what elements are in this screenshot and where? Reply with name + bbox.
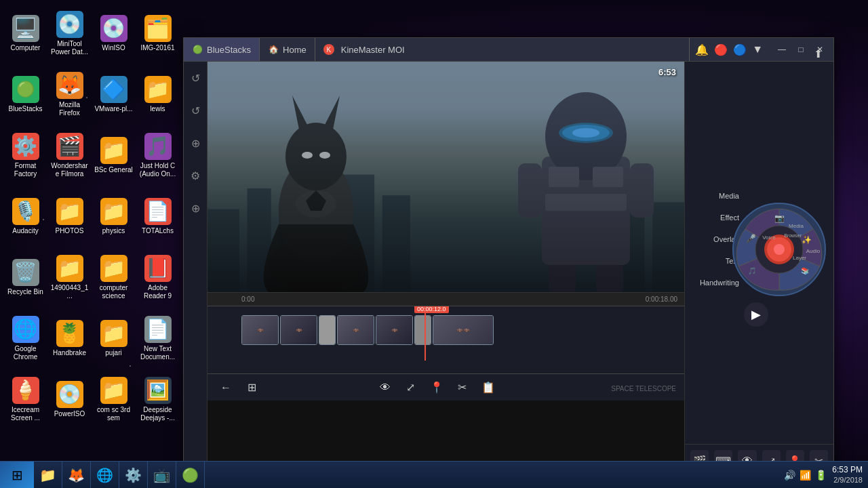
taskbar-item-chrome[interactable]: 🌐	[91, 462, 119, 488]
clip-7[interactable]: 🦇🦇	[433, 315, 494, 345]
desktop-icon-just-hold[interactable]: 🎵 Just Hold C (Audio On...	[136, 125, 180, 185]
menu-wheel-svg: 📷 ✨ 📚 🎵 🎤 Media Browser Layer Audi	[732, 202, 827, 297]
desktop-icon-photos[interactable]: 📁 PHOTOS	[47, 186, 92, 246]
desktop-icon-google-chrome[interactable]: 🌐 Google Chrome	[3, 308, 47, 368]
sidebar-share-btn[interactable]: ⊕	[186, 134, 205, 152]
14900443-icon: 📁	[56, 255, 83, 282]
sidebar-refresh-btn[interactable]: ↺	[186, 68, 205, 87]
clip-thumb-7: 🦇🦇	[433, 316, 493, 344]
eye-button[interactable]: 👁	[375, 378, 395, 398]
playhead[interactable]: 00:00:12.0	[425, 306, 426, 361]
sidebar-add-btn[interactable]: ⊕	[186, 199, 205, 218]
back-arrow-button[interactable]: ←	[216, 378, 236, 398]
title-bar: 🟢 BlueStacks 🏠 Home K KineMaster MOI 🔔 🔴…	[184, 38, 833, 62]
menu-label-media[interactable]: Media	[692, 192, 739, 200]
taskbar-item-firefox[interactable]: 🦊	[62, 462, 91, 488]
desktop-icon-bsc[interactable]: 📁 BSc General	[92, 125, 136, 185]
tab-home[interactable]: 🏠 Home	[260, 38, 315, 61]
desktop-icon-winiso[interactable]: 💿 WinISO	[92, 3, 136, 63]
desktop-icon-14900443[interactable]: 📁 14900443_1...	[47, 247, 92, 307]
wondershare-icon: 🎬	[56, 133, 83, 160]
info-icon[interactable]: 🔵	[733, 43, 747, 56]
desktop-icon-new-text[interactable]: 📄 New Text Documen...	[136, 308, 180, 368]
just-hold-label: Just Hold C (Audio On...	[138, 162, 177, 178]
desktop-icon-pujari[interactable]: 📁 pujari	[92, 308, 136, 368]
taskbar-item-explorer[interactable]: 📁	[34, 462, 62, 488]
desktop-icon-icecream[interactable]: 🍦 Icecream Screen ...	[3, 369, 47, 429]
taskbar-item-format-factory[interactable]: ⚙️	[119, 462, 148, 488]
tray-network-icon[interactable]: 📶	[800, 470, 811, 481]
desktop-icon-format-factory[interactable]: ⚙️ Format Factory	[3, 125, 47, 185]
desktop-icon-firefox[interactable]: 🦊 Mozilla Firefox	[47, 64, 92, 124]
firefox-taskbar-icon: 🦊	[68, 467, 85, 483]
clip-4[interactable]: 🦇	[337, 315, 374, 345]
maximize-button[interactable]: □	[793, 41, 809, 58]
fullscreen-button[interactable]: ⤢	[401, 378, 421, 398]
dropdown-icon[interactable]: ▼	[752, 43, 763, 56]
totalchs-icon: 📄	[144, 198, 172, 225]
sidebar-settings-btn[interactable]: ⚙	[186, 166, 205, 185]
start-button[interactable]: ⊞	[0, 462, 34, 489]
desktop-icon-computer-sci[interactable]: 📁 computer science	[92, 247, 136, 307]
new-text-label: New Text Documen...	[138, 345, 177, 361]
taskbar-tray: 🔊 📶 🔋	[778, 470, 832, 481]
timeline-ruler: 0:00 0:00:18.00	[208, 293, 684, 306]
wondershare-label: Wondershare Filmora	[50, 162, 89, 178]
desktop-icon-vmware[interactable]: 🔷 VMware-pl...	[92, 64, 136, 124]
clip-thumb-4: 🦇	[338, 316, 374, 344]
minimize-button[interactable]: —	[774, 41, 790, 58]
svg-text:Audio: Audio	[806, 248, 821, 254]
tray-volume-icon[interactable]: 🔊	[784, 470, 795, 481]
copy-button[interactable]: 📋	[478, 378, 498, 398]
desktop-icon-minitool[interactable]: 💿 MiniTool Power Dat...	[47, 3, 92, 63]
14900443-label: 14900443_1...	[50, 284, 89, 300]
clip-1[interactable]: 🦇	[241, 315, 279, 345]
desktop-icon-computer[interactable]: 🖥️ Computer	[3, 3, 47, 63]
firefox-label: Mozilla Firefox	[50, 101, 89, 117]
bsc-label: BSc General	[94, 166, 133, 174]
firefox-icon: 🦊	[56, 72, 83, 99]
desktop-icon-adobe-reader[interactable]: 📕 Adobe Reader 9	[136, 247, 180, 307]
desktop-icon-deepside[interactable]: 🖼️ Deepside Deejays -...	[136, 369, 180, 429]
location-button[interactable]: 📍	[427, 378, 447, 398]
scissors-button[interactable]: ✂	[452, 378, 473, 398]
window-content: ↺ ↺ ⊕ ⚙ ⊕	[184, 62, 833, 477]
clip-5[interactable]: 🦇	[376, 315, 413, 345]
notification-icon[interactable]: 🔔	[695, 43, 709, 56]
tab-bluestacks[interactable]: 🟢 BlueStacks	[184, 38, 260, 61]
desktop: 🖥️ Computer 💿 MiniTool Power Dat... 💿 Wi…	[0, 0, 868, 488]
bsc-icon: 📁	[100, 137, 127, 164]
desktop-icon-audacity[interactable]: 🎙️ Audacity	[3, 186, 47, 246]
tray-battery-icon[interactable]: 🔋	[815, 470, 827, 481]
desktop-icon-totalchs[interactable]: 📄 TOTALchs	[136, 186, 180, 246]
circular-menu-wheel: 📷 ✨ 📚 🎵 🎤 Media Browser Layer Audi	[732, 202, 827, 297]
desktop-icon-bluestacks[interactable]: 🟢 BlueStacks	[3, 64, 47, 124]
img20161-label: IMG-20161	[140, 44, 174, 52]
desktop-icon-wondershare[interactable]: 🎬 Wondershare Filmora	[47, 125, 92, 185]
tab-kinemaster[interactable]: K KineMaster MOI	[315, 38, 690, 61]
desktop-icon-recycle-bin[interactable]: 🗑️ Recycle Bin	[3, 247, 47, 307]
desktop-icon-poweriso[interactable]: 💿 PowerISO	[47, 369, 92, 429]
desktop-icon-com-sc[interactable]: 📁 com sc 3rd sem	[92, 369, 136, 429]
sidebar-back-btn[interactable]: ↺	[186, 101, 205, 120]
export-button[interactable]: ⬆	[808, 62, 828, 64]
desktop-icon-physics[interactable]: 📁 physics	[92, 186, 136, 246]
desktop-icon-handbrake[interactable]: 🍍 Handbrake	[47, 308, 92, 368]
chrome-taskbar-icon: 🌐	[96, 467, 113, 483]
desktop-icon-lewis[interactable]: 📁 lewis	[136, 64, 180, 124]
desktop-icon-img20161[interactable]: 🗂️ IMG-20161	[136, 3, 180, 63]
bluestacks-window: 🟢 BlueStacks 🏠 Home K KineMaster MOI 🔔 🔴…	[183, 37, 834, 478]
taskbar-item-bluestacks[interactable]: 🟢	[176, 462, 205, 488]
alert-icon[interactable]: 🔴	[714, 43, 728, 56]
kinemaster-tab-icon: K	[323, 44, 334, 55]
batman-scene	[208, 62, 684, 292]
clip-thumb-5: 🦇	[376, 316, 412, 344]
clip-2[interactable]: 🦇	[280, 315, 317, 345]
clip-6[interactable]	[414, 315, 431, 345]
taskbar-item-media[interactable]: 📺	[148, 462, 176, 488]
layers-button[interactable]: ⊞	[241, 378, 262, 398]
just-hold-icon: 🎵	[144, 133, 172, 160]
main-track: 🦇 🦇 🦇 🦇	[208, 313, 684, 347]
taskbar-clock[interactable]: 6:53 PM 2/9/2018	[832, 465, 868, 485]
clip-3[interactable]	[319, 315, 336, 345]
